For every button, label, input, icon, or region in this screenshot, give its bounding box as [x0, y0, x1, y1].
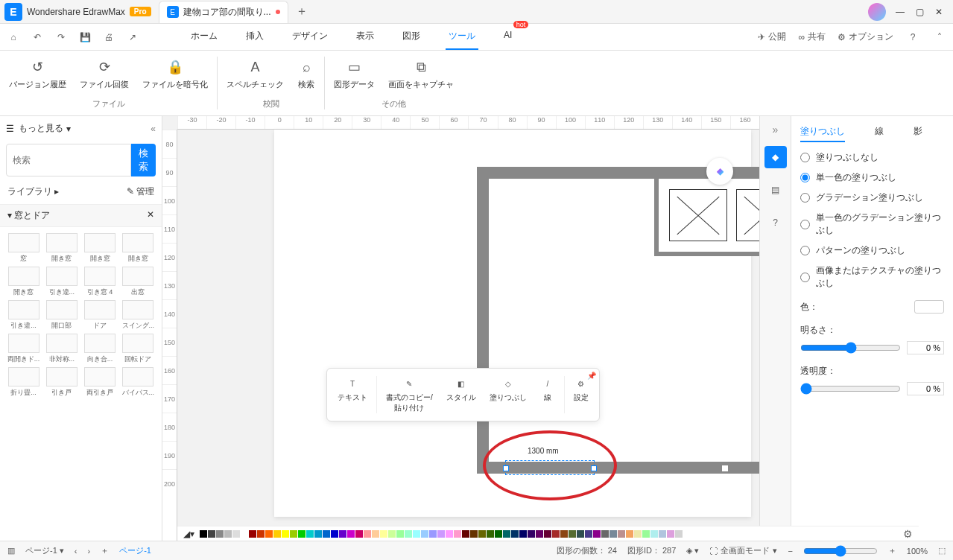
add-page-icon[interactable]: ＋: [101, 545, 109, 556]
color-swatch[interactable]: [257, 530, 265, 538]
rp-tab-影[interactable]: 影: [914, 122, 922, 142]
document-tab[interactable]: E 建物コア部の間取り...: [159, 1, 288, 23]
color-swatch[interactable]: [642, 530, 650, 538]
library-label[interactable]: ライブラリ ▸: [7, 185, 59, 198]
opacity-slider[interactable]: [800, 383, 901, 395]
color-swatch[interactable]: [675, 530, 683, 538]
next-page-icon[interactable]: ›: [88, 547, 91, 556]
shape-折り畳...[interactable]: 折り畳...: [6, 367, 41, 398]
color-swatch[interactable]: [437, 530, 445, 538]
fill-option-3[interactable]: 単一色のグラデーション塗りつぶし: [800, 211, 944, 237]
color-swatch[interactable]: [396, 530, 404, 538]
expand-panel-icon[interactable]: »: [773, 124, 779, 136]
shape-バイパス...[interactable]: バイパス...: [121, 367, 156, 398]
share-button[interactable]: ∞ 共有: [798, 31, 826, 43]
home-icon[interactable]: ⌂: [6, 30, 21, 45]
color-swatch[interactable]: [249, 530, 256, 538]
ribbon-ファイル回復[interactable]: ⟳ファイル回復: [80, 58, 129, 90]
pin-icon[interactable]: 📌: [587, 372, 596, 380]
ribbon-ファイルを暗号化[interactable]: 🔒ファイルを暗号化: [142, 58, 208, 90]
wall-handle[interactable]: [721, 465, 729, 472]
color-swatch[interactable]: [454, 530, 461, 538]
fill-option-4[interactable]: パターンの塗りつぶし: [800, 244, 944, 257]
menu-tab-ツール[interactable]: ツール: [446, 24, 478, 50]
color-swatch[interactable]: [282, 530, 289, 538]
color-swatch[interactable]: [265, 530, 273, 538]
page-selector[interactable]: ページ-1 ▾: [25, 545, 64, 556]
menu-tab-図形[interactable]: 図形: [399, 24, 423, 50]
color-swatch[interactable]: [560, 530, 568, 538]
rp-tab-線[interactable]: 線: [875, 122, 884, 142]
color-swatch[interactable]: [536, 530, 543, 538]
color-swatch[interactable]: [372, 530, 379, 538]
shape-開き窓[interactable]: 開き窓: [6, 267, 41, 297]
publish-button[interactable]: ✈ 公開: [758, 31, 786, 43]
shape-引き窓 4[interactable]: 引き窓 4: [83, 267, 118, 297]
ribbon-図形データ[interactable]: ▭図形データ: [334, 58, 375, 90]
page-surface[interactable]: 1300 mm: [274, 130, 751, 517]
color-swatch[interactable]: [626, 530, 633, 538]
ribbon-バージョン履歴[interactable]: ↺バージョン履歴: [9, 58, 66, 90]
color-swatch[interactable]: [216, 530, 224, 538]
collapse-left-icon[interactable]: «: [151, 124, 156, 134]
menu-tab-AI[interactable]: AIhot: [501, 24, 515, 50]
opacity-value[interactable]: [907, 382, 944, 395]
fill-option-1[interactable]: 単一色の塗りつぶし: [800, 171, 944, 184]
shape-両開きド...[interactable]: 両開きド...: [6, 334, 41, 364]
color-swatch[interactable]: [200, 530, 207, 538]
ai-assistant-icon[interactable]: ◆: [706, 158, 733, 185]
color-swatch[interactable]: [241, 530, 248, 538]
fill-dropper-icon[interactable]: ◢▾: [183, 529, 194, 539]
shape-回転ドア[interactable]: 回転ドア: [121, 334, 156, 364]
color-swatch[interactable]: [593, 530, 601, 538]
color-swatch[interactable]: [552, 530, 560, 538]
color-swatch[interactable]: [339, 530, 346, 538]
shape-スイング...[interactable]: スイング...: [121, 300, 156, 331]
color-swatch[interactable]: [208, 530, 215, 538]
color-swatch[interactable]: [446, 530, 453, 538]
page-tab[interactable]: ページ-1: [119, 545, 151, 556]
export-icon[interactable]: ↗: [125, 30, 140, 45]
ft-テキスト[interactable]: Tテキスト: [332, 373, 373, 416]
color-swatch[interactable]: [364, 530, 371, 538]
color-swatch[interactable]: [347, 530, 355, 538]
redo-icon[interactable]: ↷: [54, 30, 69, 45]
color-swatch[interactable]: [314, 530, 322, 538]
color-swatch[interactable]: [413, 530, 420, 538]
color-swatch[interactable]: [331, 530, 338, 538]
fill-option-5[interactable]: 画像またはテクスチャの塗りつぶし: [800, 264, 944, 290]
shape-出窓[interactable]: 出窓: [121, 267, 156, 297]
color-swatch[interactable]: [478, 530, 486, 538]
ft-書式のコピー/
貼り付け[interactable]: ✎書式のコピー/ 貼り付け: [380, 373, 439, 416]
user-avatar[interactable]: [868, 3, 886, 21]
color-swatch[interactable]: [544, 530, 551, 538]
zoom-value[interactable]: 100%: [907, 547, 928, 556]
menu-tab-表示[interactable]: 表示: [353, 24, 377, 50]
color-swatch[interactable]: [355, 530, 363, 538]
color-swatch[interactable]: [667, 530, 674, 538]
search-button[interactable]: 検索: [131, 144, 156, 176]
color-swatch[interactable]: [495, 530, 502, 538]
save-icon[interactable]: 💾: [77, 30, 92, 45]
ft-塗りつぶし[interactable]: ◇塗りつぶし: [484, 373, 533, 416]
shape-非対称...[interactable]: 非対称...: [44, 334, 79, 364]
color-swatch[interactable]: [290, 530, 297, 538]
color-swatch[interactable]: [273, 530, 281, 538]
color-swatch[interactable]: [487, 530, 494, 538]
color-swatch[interactable]: [585, 530, 592, 538]
fill-option-0[interactable]: 塗りつぶしなし: [800, 151, 944, 164]
ft-線[interactable]: /線: [534, 373, 561, 416]
new-tab-button[interactable]: ＋: [296, 4, 308, 19]
color-swatch[interactable]: [405, 530, 412, 538]
search-input[interactable]: [6, 144, 131, 176]
brightness-value[interactable]: [907, 341, 944, 354]
close-button[interactable]: ✕: [934, 7, 944, 17]
color-swatch[interactable]: [421, 530, 428, 538]
color-swatch[interactable]: [659, 530, 666, 538]
layers-icon[interactable]: ◈ ▾: [686, 546, 699, 556]
color-swatch[interactable]: [914, 300, 944, 314]
color-swatch[interactable]: [601, 530, 609, 538]
manage-button[interactable]: ✎ 管理: [127, 185, 154, 198]
shape-開き窓[interactable]: 開き窓: [83, 233, 118, 264]
brightness-slider[interactable]: [800, 342, 901, 354]
